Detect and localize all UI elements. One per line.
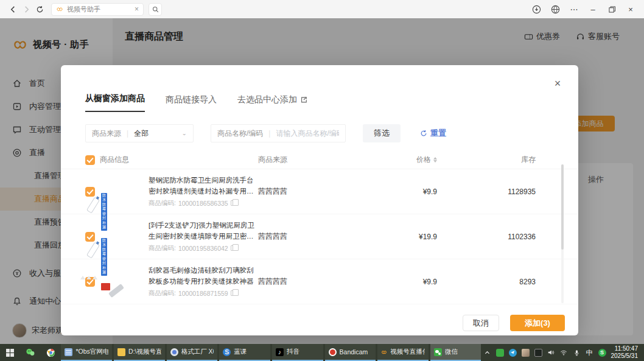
select-all-checkbox[interactable] [85, 155, 95, 165]
column-stock: 库存 [437, 155, 536, 165]
taskbar-app-lanke[interactable]: S 蓝课 [219, 344, 270, 361]
product-stock: 8293 [437, 278, 536, 286]
table-scrollbar[interactable] [561, 164, 564, 303]
product-price: ¥19.9 [326, 233, 437, 241]
keyword-field[interactable]: 商品名称/编码 | [211, 124, 346, 142]
source-select-value: 全部 [134, 128, 149, 139]
row-checkbox[interactable] [85, 187, 95, 197]
taskbar-app-bandicam[interactable]: Bandicam [325, 344, 376, 361]
product-title[interactable]: [到手2支送铲刀]强力塑钢泥厨房卫生间密封胶美缝填隙专用厨卫密封胶150M... [149, 220, 254, 242]
channels-logo-icon [56, 5, 63, 13]
tab-import-by-link[interactable]: 商品链接导入 [166, 94, 217, 112]
volume-icon[interactable] [547, 349, 555, 357]
reset-button[interactable]: 重置 [420, 128, 446, 139]
window-restore-icon[interactable] [607, 4, 617, 14]
sogou-icon[interactable]: S [598, 349, 606, 357]
tab-close-icon[interactable]: × [135, 5, 139, 13]
microphone-icon[interactable] [573, 349, 581, 357]
table-row: 刮胶器毛刺修边清硅胶刮刀璃胶刮胶板多功能专用打胶美缝抹胶神器 商品编码: 100… [61, 259, 578, 304]
taskbar-chrome-icon[interactable] [41, 344, 61, 361]
cancel-button[interactable]: 取消 [463, 315, 499, 331]
modal-tabs: 从橱窗添加商品 商品链接导入 去选品中心添加 [85, 93, 578, 112]
notepad-icon [65, 348, 72, 356]
browser-tab[interactable]: 视频号助手 × [51, 3, 144, 16]
taskbar-app-douyin[interactable]: ♪ 抖音 [272, 344, 323, 361]
window-minimize-icon[interactable]: – [588, 4, 598, 14]
taskbar-app-folder[interactable]: D:\视频号直播... [114, 344, 165, 361]
filter-bar: 商品来源 | 全部 ⌄ 商品名称/编码 | 筛选 重置 [85, 124, 578, 142]
product-code: 商品编码: 10000195836042 [149, 244, 254, 253]
product-code: 商品编码: 10000186586335 [149, 199, 254, 208]
product-title[interactable]: 塑钢泥防水防霉卫生间厨房洗手台密封胶填缝剂美缝封边补漏专用胶150ml... [149, 175, 254, 197]
system-tray: 中 S 11:50:47 2025/5/31 [483, 344, 644, 361]
browser-search-button[interactable] [149, 3, 162, 16]
browser-refresh-icon[interactable] [33, 2, 46, 16]
add-product-modal: × 从橱窗添加商品 商品链接导入 去选品中心添加 商品来源 | 全部 [61, 65, 578, 335]
column-price[interactable]: 价格 [326, 155, 437, 165]
taskbar-wechat-icon[interactable] [20, 344, 40, 361]
taskbar-clock[interactable]: 11:50:47 2025/5/31 [611, 345, 641, 360]
browser-forward-icon[interactable] [19, 2, 33, 16]
format-factory-icon [170, 348, 178, 356]
wechat-window-icon [434, 348, 442, 356]
copy-icon[interactable] [231, 245, 236, 251]
tab-label: 从橱窗添加商品 [85, 93, 145, 104]
wifi-icon[interactable] [560, 349, 568, 357]
column-source: 商品来源 [258, 155, 326, 165]
screen: 视频号助手 × ⋯ – × [0, 0, 644, 361]
taskbar-app-formatfactory[interactable]: 格式工厂 X64 ... [167, 344, 218, 361]
bandicam-icon [329, 348, 337, 356]
table-header: 商品信息 商品来源 价格 库存 [61, 151, 578, 169]
tray-chevron-icon[interactable] [483, 349, 491, 357]
tab-label: 去选品中心添加 [237, 94, 297, 105]
copy-icon[interactable] [231, 200, 236, 206]
tab-add-from-showcase[interactable]: 从橱窗添加商品 [85, 93, 145, 112]
blue-s-icon: S [223, 348, 231, 356]
tray-wechat-icon[interactable] [496, 349, 504, 357]
keyword-input[interactable] [276, 129, 339, 138]
tray-contact-icon[interactable] [522, 349, 530, 357]
start-button[interactable] [0, 344, 20, 361]
tab-go-selection-center[interactable]: 去选品中心添加 [237, 94, 307, 112]
row-checkbox[interactable] [85, 232, 95, 242]
source-select[interactable]: 商品来源 | 全部 ⌄ [85, 124, 194, 142]
keyword-field-label: 商品名称/编码 [217, 128, 263, 139]
product-price: ¥9.9 [326, 278, 437, 286]
chevron-down-icon: ⌄ [182, 131, 187, 136]
taskbar-app-channels-live[interactable]: 视频号直播伴侣 [377, 344, 429, 361]
download-icon[interactable] [531, 4, 541, 14]
tab-label: 商品链接导入 [166, 94, 217, 105]
window-close-icon[interactable]: × [626, 4, 635, 14]
ime-indicator[interactable]: 中 [586, 349, 593, 357]
tray-messenger-icon[interactable] [509, 349, 517, 357]
source-select-label: 商品来源 [92, 128, 121, 139]
clock-date: 2025/5/31 [611, 352, 639, 360]
globe-icon[interactable] [550, 4, 560, 14]
product-code: 商品编码: 10000186871559 [149, 289, 254, 298]
external-link-icon [300, 96, 307, 103]
add-confirm-button[interactable]: 添加(3) [510, 315, 565, 331]
windows-icon [6, 349, 14, 357]
browser-back-icon[interactable] [6, 2, 19, 16]
product-source: 茜茜茜茜 [258, 231, 326, 242]
reset-icon [420, 130, 427, 137]
browser-menu-icon[interactable]: ⋯ [569, 4, 579, 14]
product-title[interactable]: 刮胶器毛刺修边清硅胶刮刀璃胶刮胶板多功能专用打胶美缝抹胶神器 [149, 265, 254, 287]
table-row: 防水防霉密封补漏 塑钢泥防水防霉卫生间厨房洗手台密封胶填缝剂美缝封边补漏专用胶1… [61, 169, 578, 214]
browser-chrome: 视频号助手 × ⋯ – × [0, 0, 644, 18]
folder-icon [117, 348, 125, 356]
search-icon [152, 6, 159, 13]
column-product: 商品信息 [100, 155, 258, 165]
filter-button[interactable]: 筛选 [363, 124, 401, 142]
tray-device-icon[interactable] [534, 349, 542, 357]
taskbar-app-weixin[interactable]: 微信 [430, 344, 481, 361]
taskbar-app-obs-doc[interactable]: *Obs官网电脑... [61, 344, 112, 361]
product-price: ¥9.9 [326, 188, 437, 196]
taskbar: *Obs官网电脑... D:\视频号直播... 格式工厂 X64 ... S 蓝… [0, 344, 644, 361]
product-source: 茜茜茜茜 [258, 186, 326, 197]
product-stock: 1102336 [437, 233, 536, 241]
app-area: 视频号 · 助手 首页 内容管理 互动管理 直播 [0, 18, 644, 344]
copy-icon[interactable] [231, 290, 236, 296]
modal-close-icon[interactable]: × [552, 78, 563, 89]
product-stock: 1128935 [437, 188, 536, 196]
